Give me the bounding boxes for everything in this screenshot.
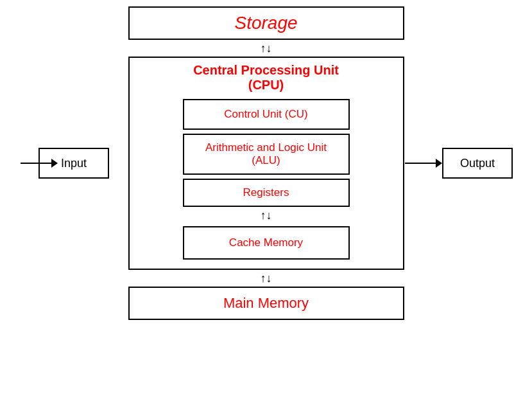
input-label: Input — [61, 157, 87, 170]
cpu-mainmemory-arrow: ↑↓ — [261, 272, 272, 284]
control-unit-box: Control Unit (CU) — [183, 99, 350, 130]
cpu-box: Central Processing Unit (CPU) Control Un… — [128, 57, 404, 270]
cpu-title: Central Processing Unit (CPU) — [193, 63, 339, 93]
alu-label: Arithmetic and Logic Unit (ALU) — [191, 141, 342, 167]
control-unit-label: Control Unit (CU) — [224, 108, 307, 121]
input-box: Input — [39, 148, 109, 179]
output-arrow — [405, 159, 442, 168]
output-box: Output — [442, 148, 513, 179]
computer-architecture-diagram: Storage ↑↓ Input Central Processing Unit… — [0, 0, 532, 399]
storage-box: Storage — [128, 6, 404, 40]
registers-box: Registers — [183, 179, 350, 207]
main-memory-box: Main Memory — [128, 287, 404, 320]
cache-memory-label: Cache Memory — [229, 236, 303, 249]
registers-label: Registers — [243, 186, 289, 199]
storage-label: Storage — [234, 13, 297, 33]
main-memory-label: Main Memory — [223, 295, 309, 312]
registers-cache-arrow: ↑↓ — [261, 209, 272, 221]
cache-memory-box: Cache Memory — [183, 226, 350, 260]
storage-cpu-arrow: ↑↓ — [261, 42, 272, 54]
alu-box: Arithmetic and Logic Unit (ALU) — [183, 134, 350, 175]
output-label: Output — [460, 157, 495, 170]
